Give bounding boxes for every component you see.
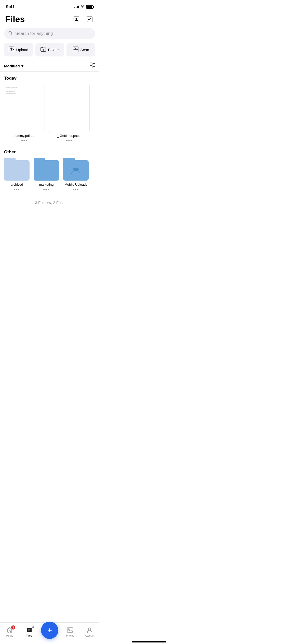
folder-name: Mobile Uploads	[64, 183, 87, 186]
folder-name: archived	[10, 183, 23, 186]
scan-button-icon	[73, 47, 78, 53]
svg-point-19	[76, 168, 79, 171]
sort-label-text: Modified	[4, 64, 20, 68]
upload-button-label: Upload	[16, 48, 29, 52]
folder-options-button[interactable]: •••	[73, 187, 79, 192]
upload-icon	[73, 16, 80, 23]
folder-options-button[interactable]: •••	[14, 187, 20, 192]
file-options-button[interactable]: •••	[66, 138, 73, 143]
list-item[interactable]: _ Getti...er.paper •••	[49, 84, 90, 143]
status-time: 9:41	[6, 4, 15, 9]
file-thumbnail	[49, 84, 90, 132]
folder-button-icon	[40, 47, 46, 53]
today-section-label: Today	[0, 72, 99, 84]
list-item[interactable]: Dummy PDF fileLorem ipsumdolor sit amet …	[4, 84, 45, 143]
grid-toggle-button[interactable]	[90, 63, 95, 69]
check-square-icon	[86, 16, 93, 23]
folder-icon	[4, 158, 30, 181]
status-icons	[74, 5, 93, 9]
files-grid: Dummy PDF fileLorem ipsumdolor sit amet …	[0, 84, 99, 145]
search-icon	[8, 31, 13, 36]
other-section-label: Other	[0, 145, 99, 158]
action-buttons-row: Upload Folder Scan	[0, 43, 99, 62]
list-item[interactable]: marketing •••	[34, 158, 59, 192]
folders-grid: archived ••• marketing •••	[0, 158, 99, 194]
upload-button[interactable]: Upload	[4, 43, 33, 56]
upload-button-icon	[9, 47, 14, 53]
page-title: Files	[5, 14, 25, 24]
file-options-button[interactable]: •••	[21, 138, 28, 143]
list-item[interactable]: Mobile Uploads •••	[63, 158, 89, 192]
file-preview-text: Dummy PDF fileLorem ipsumdolor sit amet	[6, 86, 18, 95]
upload-icon-button[interactable]	[72, 15, 81, 24]
svg-rect-12	[74, 48, 75, 49]
folder-icon	[34, 158, 59, 181]
header-actions	[72, 15, 94, 24]
file-thumbnail: Dummy PDF fileLorem ipsumdolor sit amet	[4, 84, 45, 132]
svg-line-4	[11, 34, 12, 35]
folder-button-label: Folder	[48, 48, 59, 52]
file-name: _ Getti...er.paper	[57, 134, 82, 138]
files-summary: 3 Folders, 2 Files	[0, 194, 99, 215]
folder-button[interactable]: Folder	[35, 43, 64, 56]
search-placeholder-text: Search for anything	[15, 31, 53, 36]
search-bar[interactable]: Search for anything	[4, 28, 95, 39]
folder-options-button[interactable]: •••	[43, 187, 50, 192]
scan-button-label: Scan	[80, 48, 89, 52]
other-section: Other archived ••• marketing •••	[0, 145, 99, 194]
svg-rect-14	[90, 63, 92, 65]
file-name: dummy.pdf.pdf	[13, 134, 35, 138]
signal-icon	[74, 5, 79, 8]
list-item[interactable]: archived •••	[4, 158, 30, 192]
search-container[interactable]: Search for anything	[0, 27, 99, 43]
battery-icon	[86, 5, 93, 9]
select-icon-button[interactable]	[85, 15, 94, 24]
chevron-down-icon: ▾	[21, 64, 23, 68]
scan-button[interactable]: Scan	[66, 43, 95, 56]
page-header: Files	[0, 12, 99, 27]
sort-dropdown[interactable]: Modified ▾	[4, 64, 23, 68]
folder-name: marketing	[39, 183, 53, 186]
today-section: Today Dummy PDF fileLorem ipsumdolor sit…	[0, 72, 99, 145]
wifi-icon	[80, 5, 85, 9]
sort-bar: Modified ▾	[0, 62, 99, 72]
folder-shared-icon	[63, 158, 89, 181]
status-bar: 9:41	[0, 0, 99, 12]
svg-rect-15	[90, 66, 92, 68]
